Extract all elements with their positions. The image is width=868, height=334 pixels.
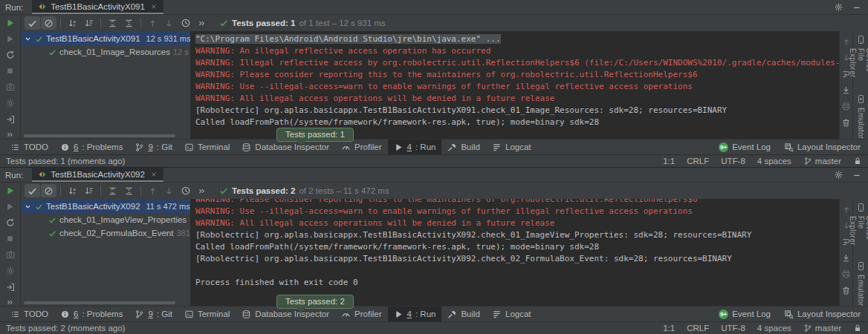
toolwindow-button-git[interactable]: 9: Git [129, 140, 178, 154]
event-log-button[interactable]: 9+ Event Log [719, 310, 771, 319]
settings-gear-icon[interactable] [834, 170, 843, 180]
tree-root-row[interactable]: TestB1BasicActivityX091 (org.aplas.t 12 … [21, 32, 190, 45]
git-branch-widget[interactable]: master [803, 324, 841, 333]
toolwindow-button-database-inspector[interactable]: Database Inspector [236, 307, 335, 321]
toolwindow-button-git[interactable]: 9: Git [129, 307, 178, 321]
rerun-failed-tests-button[interactable] [5, 202, 15, 212]
more-options-button[interactable] [6, 131, 14, 139]
screenshot-button[interactable] [5, 82, 16, 92]
collapse-all-button[interactable] [121, 184, 137, 197]
toolwindow-button-profiler[interactable]: Profiler [335, 307, 387, 321]
toolwindow-button-terminal[interactable]: Terminal [178, 307, 236, 321]
close-icon[interactable] [150, 3, 158, 10]
sort-by-duration-button[interactable] [81, 16, 97, 30]
toolwindow-button-build[interactable]: Build [441, 307, 486, 321]
lock-icon[interactable] [853, 157, 862, 166]
hide-window-icon[interactable] [852, 3, 861, 12]
more-toolbar-button[interactable] [194, 16, 210, 30]
line-ending[interactable]: CRLF [687, 324, 709, 333]
line-ending[interactable]: CRLF [687, 157, 709, 166]
clear-all-button[interactable] [841, 118, 851, 128]
hide-window-icon[interactable] [852, 171, 861, 180]
chevron-down-icon[interactable] [24, 35, 32, 43]
file-encoding[interactable]: UTF-8 [721, 157, 745, 166]
collapse-all-button[interactable] [121, 16, 137, 30]
sort-alphabetically-button[interactable] [65, 16, 80, 30]
tree-horizontal-scrollbar[interactable] [24, 301, 175, 304]
dock-device-file-explorer[interactable]: Device File Explorer [849, 216, 868, 253]
print-button[interactable] [841, 102, 851, 111]
stop-button[interactable] [5, 234, 15, 243]
dock-emulator[interactable]: Emulator [857, 275, 865, 306]
caret-position[interactable]: 1:1 [663, 324, 675, 333]
run-tab[interactable]: TestB1BasicActivityX091 [32, 0, 163, 14]
previous-failed-button[interactable] [145, 184, 161, 197]
indent-setting[interactable]: 4 spaces [757, 157, 791, 166]
indent-setting[interactable]: 4 spaces [757, 324, 791, 333]
prev-occurrence-button[interactable] [842, 38, 851, 47]
run-console[interactable]: WARNING: Please consider reporting this … [190, 199, 839, 306]
expand-all-button[interactable] [105, 184, 120, 197]
test-settings-button[interactable] [5, 266, 16, 276]
toolwindow-button-problems[interactable]: 6: Problems [54, 140, 129, 154]
print-button[interactable] [841, 269, 851, 279]
screenshot-button[interactable] [5, 249, 16, 260]
toolwindow-button-logcat[interactable]: Logcat [486, 140, 537, 154]
rerun-failed-tests-button[interactable] [5, 34, 15, 44]
run-tab[interactable]: TestB1BasicActivityX092 [32, 168, 163, 182]
import-tests-button[interactable] [5, 114, 16, 125]
file-encoding[interactable]: UTF-8 [721, 324, 745, 333]
toolwindow-button-build[interactable]: Build [441, 140, 486, 154]
auto-test-button[interactable] [5, 50, 16, 60]
show-ignored-button[interactable] [41, 184, 56, 197]
expand-all-button[interactable] [105, 16, 120, 30]
prev-occurrence-button[interactable] [842, 206, 851, 215]
scroll-to-end-button[interactable] [841, 85, 851, 95]
toolwindow-button-run[interactable]: 4: Run [388, 140, 442, 154]
next-failed-button[interactable] [161, 16, 177, 30]
lock-icon[interactable] [853, 324, 862, 333]
sort-by-duration-button[interactable] [81, 184, 97, 197]
tree-test-row[interactable]: check_01_ImageView_Properties11 s 91 ms [21, 213, 190, 226]
rerun-tests-button[interactable] [5, 186, 16, 196]
more-toolbar-button[interactable] [194, 184, 210, 197]
run-console[interactable]: "C:\Program Files\Android\Android Studio… [190, 31, 839, 139]
toolwindow-button-profiler[interactable]: Profiler [335, 140, 387, 154]
toolwindow-button-todo[interactable]: TODO [4, 307, 54, 321]
layout-inspector-button[interactable]: Layout Inspector [784, 143, 861, 152]
settings-gear-icon[interactable] [834, 2, 843, 12]
show-ignored-button[interactable] [41, 16, 56, 30]
caret-position[interactable]: 1:1 [663, 157, 675, 166]
sort-alphabetically-button[interactable] [65, 184, 80, 197]
test-settings-button[interactable] [5, 98, 16, 108]
chevron-down-icon[interactable] [24, 203, 32, 211]
next-failed-button[interactable] [161, 184, 177, 197]
tree-root-row[interactable]: TestB1BasicActivityX092 (org.aplas.t 11 … [21, 200, 190, 213]
tree-horizontal-scrollbar[interactable] [24, 134, 175, 137]
toolwindow-button-todo[interactable]: TODO [4, 140, 54, 154]
scroll-to-end-button[interactable] [841, 253, 851, 263]
rerun-tests-button[interactable] [5, 18, 16, 28]
clear-all-button[interactable] [841, 286, 851, 295]
stop-button[interactable] [5, 66, 15, 76]
previous-failed-button[interactable] [145, 16, 161, 30]
toolwindow-button-run[interactable]: 4: Run [388, 307, 442, 321]
layout-inspector-button[interactable]: Layout Inspector [784, 310, 861, 319]
tree-test-row[interactable]: check_02_FormulaBox_Event381 ms [21, 226, 190, 240]
tree-test-row[interactable]: check_01_Image_Resources12 s 931 ms [21, 45, 190, 59]
git-branch-widget[interactable]: master [803, 157, 841, 166]
show-passed-button[interactable] [25, 184, 40, 197]
close-icon[interactable] [150, 171, 158, 178]
show-passed-button[interactable] [25, 16, 40, 30]
toolwindow-button-database-inspector[interactable]: Database Inspector [236, 140, 335, 154]
auto-test-button[interactable] [5, 217, 16, 228]
dock-emulator[interactable]: Emulator [857, 108, 865, 139]
import-tests-button[interactable] [5, 282, 16, 292]
dock-device-file-explorer[interactable]: Device File Explorer [849, 48, 868, 86]
test-history-button[interactable] [178, 16, 193, 30]
toolwindow-button-terminal[interactable]: Terminal [178, 140, 236, 154]
toolwindow-button-problems[interactable]: 6: Problems [54, 307, 129, 321]
test-history-button[interactable] [178, 184, 193, 197]
event-log-button[interactable]: 9+ Event Log [719, 143, 771, 152]
toolwindow-button-logcat[interactable]: Logcat [486, 307, 537, 321]
